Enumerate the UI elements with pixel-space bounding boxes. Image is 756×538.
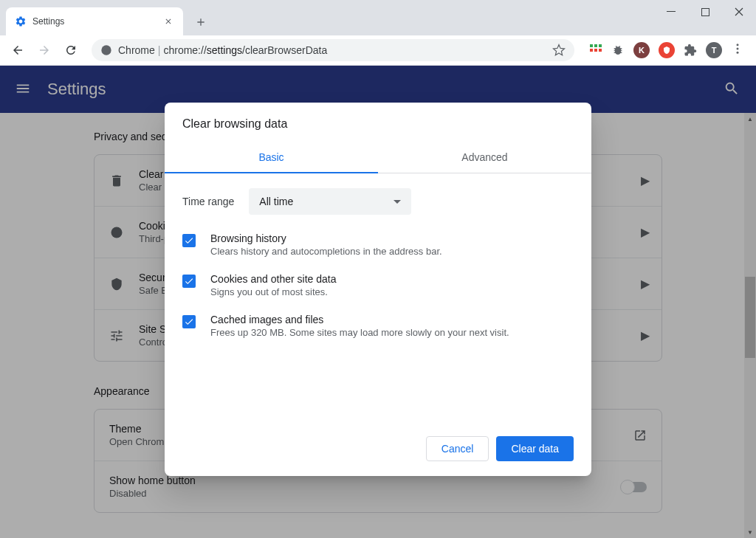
dialog-actions: Cancel Clear data [165,424,591,476]
reload-button[interactable] [59,38,83,62]
cancel-button[interactable]: Cancel [426,436,489,461]
settings-page: Settings Privacy and security Clear brow… [0,66,756,538]
back-button[interactable] [6,38,30,62]
window-controls [654,0,756,35]
svg-rect-5 [599,44,602,47]
check-cache: Cached images and filesFrees up 320 MB. … [182,314,574,338]
settings-gear-icon [15,15,27,27]
tab-advanced[interactable]: Advanced [378,142,591,173]
browser-titlebar: Settings [0,0,756,35]
tab-close-icon[interactable] [162,15,174,27]
check-browsing-history: Browsing historyClears history and autoc… [182,232,574,257]
dropdown-arrow-icon [394,200,401,204]
browser-menu-button[interactable] [731,42,750,58]
browser-toolbar: Chrome|chrome://settings/clearBrowserDat… [0,35,756,66]
dialog-body: Time range All time Browsing historyClea… [165,173,591,424]
svg-rect-3 [590,44,593,47]
svg-point-11 [737,52,739,54]
dialog-title: Clear browsing data [165,103,591,142]
svg-rect-0 [667,11,676,12]
time-range-label: Time range [182,196,234,207]
check-cookies: Cookies and other site dataSigns you out… [182,273,574,297]
address-bar[interactable]: Chrome|chrome://settings/clearBrowserDat… [92,39,574,61]
clear-data-button[interactable]: Clear data [496,436,574,461]
extension-icons: K T [583,42,728,58]
omnibox-text: Chrome|chrome://settings/clearBrowserDat… [118,44,327,56]
svg-rect-7 [594,49,597,52]
extension-k-icon[interactable]: K [633,42,650,58]
svg-rect-1 [701,8,709,15]
svg-rect-6 [590,49,593,52]
window-minimize-icon[interactable] [654,0,688,24]
extension-grid-icon[interactable] [589,44,602,57]
new-tab-button[interactable] [190,12,211,32]
tab-title: Settings [32,16,157,27]
tab-basic[interactable]: Basic [165,142,378,173]
checkbox-browsing-history[interactable] [182,234,196,247]
svg-rect-4 [594,44,597,47]
profile-avatar[interactable]: T [706,42,722,58]
time-range-row: Time range All time [182,188,574,215]
svg-point-2 [101,45,111,55]
dialog-tabs: Basic Advanced [165,142,591,173]
checkbox-cookies[interactable] [182,275,196,288]
clear-data-dialog: Clear browsing data Basic Advanced Time … [165,103,591,476]
svg-point-9 [737,44,739,46]
window-close-icon[interactable] [722,0,756,24]
forward-button[interactable] [32,38,56,62]
extension-bug-icon[interactable] [611,44,625,57]
browser-tab[interactable]: Settings [6,7,183,35]
svg-point-10 [737,48,739,50]
chrome-icon [100,44,112,56]
extension-ublock-icon[interactable] [659,42,675,58]
checkbox-cache[interactable] [182,315,196,328]
svg-rect-8 [599,49,602,52]
extensions-puzzle-icon[interactable] [684,44,697,57]
window-maximize-icon[interactable] [688,0,722,24]
bookmark-star-icon[interactable] [552,44,566,57]
time-range-select[interactable]: All time [249,188,411,215]
